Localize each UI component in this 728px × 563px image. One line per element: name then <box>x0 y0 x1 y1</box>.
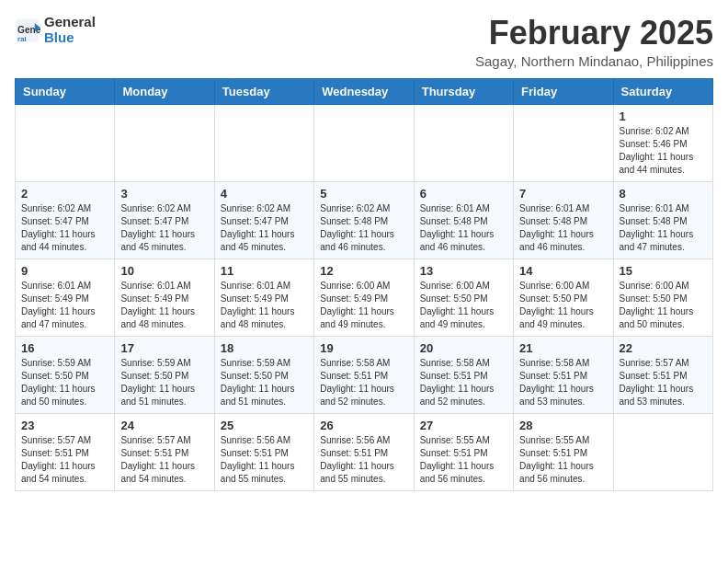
day-number: 6 <box>420 187 507 201</box>
day-number: 10 <box>120 264 208 278</box>
day-info: Sunrise: 6:02 AM Sunset: 5:47 PM Dayligh… <box>221 202 308 254</box>
week-row-2: 2Sunrise: 6:02 AM Sunset: 5:47 PM Daylig… <box>16 181 713 259</box>
calendar-cell: 4Sunrise: 6:02 AM Sunset: 5:47 PM Daylig… <box>214 181 313 259</box>
day-info: Sunrise: 6:01 AM Sunset: 5:48 PM Dayligh… <box>420 202 507 254</box>
day-info: Sunrise: 5:57 AM Sunset: 5:51 PM Dayligh… <box>120 434 208 486</box>
location: Sagay, Northern Mindanao, Philippines <box>475 53 713 69</box>
calendar-cell <box>16 104 115 181</box>
month-year: February 2025 <box>475 15 713 52</box>
calendar-cell: 13Sunrise: 6:00 AM Sunset: 5:50 PM Dayli… <box>414 259 513 336</box>
week-row-3: 9Sunrise: 6:01 AM Sunset: 5:49 PM Daylig… <box>16 259 713 336</box>
day-number: 11 <box>221 264 308 278</box>
day-info: Sunrise: 6:01 AM Sunset: 5:49 PM Dayligh… <box>21 280 108 331</box>
day-info: Sunrise: 5:56 AM Sunset: 5:51 PM Dayligh… <box>221 434 308 486</box>
day-number: 12 <box>320 264 407 278</box>
week-row-4: 16Sunrise: 5:59 AM Sunset: 5:50 PM Dayli… <box>16 336 713 413</box>
weekday-header-tuesday: Tuesday <box>214 78 313 104</box>
logo: Gene ral General Blue <box>15 15 96 45</box>
calendar-cell: 26Sunrise: 5:56 AM Sunset: 5:51 PM Dayli… <box>314 413 414 490</box>
calendar-cell: 22Sunrise: 5:57 AM Sunset: 5:51 PM Dayli… <box>613 336 712 413</box>
day-info: Sunrise: 5:59 AM Sunset: 5:50 PM Dayligh… <box>221 357 308 408</box>
day-info: Sunrise: 6:01 AM Sunset: 5:48 PM Dayligh… <box>519 202 607 254</box>
day-number: 14 <box>519 264 607 278</box>
day-number: 1 <box>620 109 707 123</box>
day-number: 3 <box>120 187 208 201</box>
calendar-cell <box>214 104 313 181</box>
day-info: Sunrise: 5:56 AM Sunset: 5:51 PM Dayligh… <box>320 434 407 486</box>
calendar-cell: 23Sunrise: 5:57 AM Sunset: 5:51 PM Dayli… <box>16 413 115 490</box>
day-info: Sunrise: 5:55 AM Sunset: 5:51 PM Dayligh… <box>519 434 607 486</box>
day-number: 8 <box>620 187 707 201</box>
calendar-cell: 16Sunrise: 5:59 AM Sunset: 5:50 PM Dayli… <box>16 336 115 413</box>
day-number: 19 <box>320 341 407 355</box>
day-info: Sunrise: 6:01 AM Sunset: 5:49 PM Dayligh… <box>221 280 308 331</box>
day-info: Sunrise: 6:02 AM Sunset: 5:48 PM Dayligh… <box>320 202 407 254</box>
day-number: 27 <box>420 419 507 432</box>
calendar-cell: 18Sunrise: 5:59 AM Sunset: 5:50 PM Dayli… <box>214 336 313 413</box>
day-info: Sunrise: 6:00 AM Sunset: 5:50 PM Dayligh… <box>420 280 507 331</box>
calendar-cell: 17Sunrise: 5:59 AM Sunset: 5:50 PM Dayli… <box>115 336 214 413</box>
week-row-1: 1Sunrise: 6:02 AM Sunset: 5:46 PM Daylig… <box>16 104 713 181</box>
day-number: 9 <box>21 264 108 278</box>
day-info: Sunrise: 6:02 AM Sunset: 5:47 PM Dayligh… <box>120 202 208 254</box>
day-info: Sunrise: 6:01 AM Sunset: 5:48 PM Dayligh… <box>620 202 707 254</box>
day-info: Sunrise: 5:57 AM Sunset: 5:51 PM Dayligh… <box>21 434 108 486</box>
day-number: 2 <box>21 187 108 201</box>
day-number: 24 <box>120 419 208 432</box>
day-info: Sunrise: 5:58 AM Sunset: 5:51 PM Dayligh… <box>320 357 407 408</box>
day-info: Sunrise: 6:00 AM Sunset: 5:50 PM Dayligh… <box>620 280 707 331</box>
day-number: 25 <box>221 419 308 432</box>
day-info: Sunrise: 6:00 AM Sunset: 5:49 PM Dayligh… <box>320 280 407 331</box>
day-info: Sunrise: 6:00 AM Sunset: 5:50 PM Dayligh… <box>519 280 607 331</box>
calendar-cell: 15Sunrise: 6:00 AM Sunset: 5:50 PM Dayli… <box>613 259 712 336</box>
day-number: 15 <box>620 264 707 278</box>
day-info: Sunrise: 5:59 AM Sunset: 5:50 PM Dayligh… <box>120 357 208 408</box>
calendar-cell: 9Sunrise: 6:01 AM Sunset: 5:49 PM Daylig… <box>16 259 115 336</box>
calendar-cell <box>314 104 414 181</box>
week-row-5: 23Sunrise: 5:57 AM Sunset: 5:51 PM Dayli… <box>16 413 713 490</box>
logo-line2: Blue <box>44 30 96 46</box>
day-number: 4 <box>221 187 308 201</box>
day-number: 26 <box>320 419 407 432</box>
logo-line1: General <box>44 15 96 30</box>
calendar-cell: 24Sunrise: 5:57 AM Sunset: 5:51 PM Dayli… <box>115 413 214 490</box>
day-number: 13 <box>420 264 507 278</box>
day-info: Sunrise: 6:02 AM Sunset: 5:46 PM Dayligh… <box>620 125 707 177</box>
weekday-header-thursday: Thursday <box>414 78 513 104</box>
weekday-header-monday: Monday <box>115 78 214 104</box>
weekday-header-saturday: Saturday <box>613 78 712 104</box>
calendar-cell <box>613 413 712 490</box>
weekday-header-row: SundayMondayTuesdayWednesdayThursdayFrid… <box>16 78 713 104</box>
day-info: Sunrise: 5:59 AM Sunset: 5:50 PM Dayligh… <box>21 357 108 408</box>
day-number: 22 <box>620 341 707 355</box>
day-number: 18 <box>221 341 308 355</box>
weekday-header-friday: Friday <box>514 78 613 104</box>
day-number: 16 <box>21 341 108 355</box>
svg-text:ral: ral <box>17 34 27 42</box>
title-block: February 2025 Sagay, Northern Mindanao, … <box>475 15 713 69</box>
day-number: 20 <box>420 341 507 355</box>
calendar-cell <box>115 104 214 181</box>
calendar-cell: 6Sunrise: 6:01 AM Sunset: 5:48 PM Daylig… <box>414 181 513 259</box>
calendar-cell: 3Sunrise: 6:02 AM Sunset: 5:47 PM Daylig… <box>115 181 214 259</box>
logo-icon: Gene ral <box>15 17 40 43</box>
day-number: 21 <box>519 341 607 355</box>
calendar-cell: 5Sunrise: 6:02 AM Sunset: 5:48 PM Daylig… <box>314 181 414 259</box>
day-info: Sunrise: 6:01 AM Sunset: 5:49 PM Dayligh… <box>120 280 208 331</box>
calendar-cell: 27Sunrise: 5:55 AM Sunset: 5:51 PM Dayli… <box>414 413 513 490</box>
weekday-header-sunday: Sunday <box>16 78 115 104</box>
calendar-table: SundayMondayTuesdayWednesdayThursdayFrid… <box>15 78 713 491</box>
day-number: 5 <box>320 187 407 201</box>
weekday-header-wednesday: Wednesday <box>314 78 414 104</box>
calendar-cell: 8Sunrise: 6:01 AM Sunset: 5:48 PM Daylig… <box>613 181 712 259</box>
day-info: Sunrise: 5:55 AM Sunset: 5:51 PM Dayligh… <box>420 434 507 486</box>
calendar-cell: 2Sunrise: 6:02 AM Sunset: 5:47 PM Daylig… <box>16 181 115 259</box>
calendar-cell: 11Sunrise: 6:01 AM Sunset: 5:49 PM Dayli… <box>214 259 313 336</box>
calendar-cell: 25Sunrise: 5:56 AM Sunset: 5:51 PM Dayli… <box>214 413 313 490</box>
calendar-cell <box>514 104 613 181</box>
calendar-cell: 20Sunrise: 5:58 AM Sunset: 5:51 PM Dayli… <box>414 336 513 413</box>
calendar-cell: 10Sunrise: 6:01 AM Sunset: 5:49 PM Dayli… <box>115 259 214 336</box>
calendar-cell: 28Sunrise: 5:55 AM Sunset: 5:51 PM Dayli… <box>514 413 613 490</box>
page-header: Gene ral General Blue February 2025 Saga… <box>15 15 713 69</box>
day-number: 7 <box>519 187 607 201</box>
